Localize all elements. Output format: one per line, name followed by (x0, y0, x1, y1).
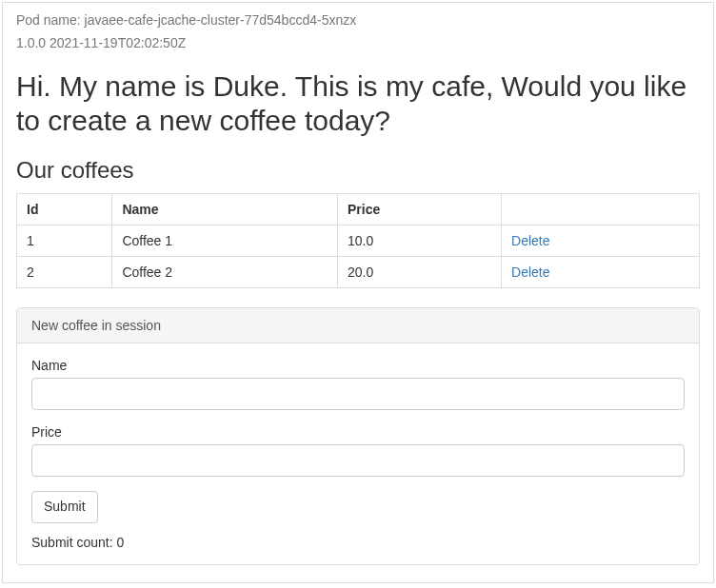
cell-price: 20.0 (337, 257, 501, 288)
pod-name-value: javaee-cafe-jcache-cluster-77d54bccd4-5x… (85, 12, 357, 28)
col-price: Price (337, 194, 501, 225)
col-id: Id (17, 194, 112, 225)
cell-price: 10.0 (337, 225, 501, 257)
delete-link[interactable]: Delete (511, 265, 549, 280)
table-row: 2 Coffee 2 20.0 Delete (17, 257, 700, 288)
submit-button[interactable]: Submit (31, 491, 98, 523)
cell-id: 2 (17, 257, 112, 288)
table-row: 1 Coffee 1 10.0 Delete (17, 225, 700, 257)
submit-count-value: 0 (117, 535, 125, 550)
pod-name-prefix: Pod name: (16, 12, 85, 28)
submit-count-prefix: Submit count: (31, 535, 117, 550)
price-input[interactable] (31, 444, 685, 477)
delete-link[interactable]: Delete (511, 233, 549, 248)
panel-body: Name Price Submit Submit count: 0 (17, 343, 699, 564)
version-line: 1.0.0 2021-11-19T02:02:50Z (16, 35, 700, 50)
col-name: Name (112, 194, 338, 225)
new-coffee-panel: New coffee in session Name Price Submit … (16, 307, 700, 565)
pod-name-line: Pod name: javaee-cafe-jcache-cluster-77d… (16, 12, 700, 28)
price-label: Price (31, 424, 685, 440)
name-label: Name (31, 358, 685, 373)
section-title-coffees: Our coffees (16, 157, 700, 184)
table-header-row: Id Name Price (17, 194, 700, 225)
col-action (502, 194, 700, 225)
coffee-table: Id Name Price 1 Coffee 1 10.0 Delete 2 C… (16, 193, 700, 288)
cell-name: Coffee 2 (112, 257, 338, 288)
panel-heading: New coffee in session (17, 308, 699, 343)
submit-count-line: Submit count: 0 (31, 535, 685, 550)
page-container: Pod name: javaee-cafe-jcache-cluster-77d… (2, 2, 714, 583)
cell-id: 1 (17, 225, 112, 257)
name-input[interactable] (31, 378, 685, 410)
cell-name: Coffee 1 (112, 225, 338, 257)
page-title: Hi. My name is Duke. This is my cafe, Wo… (16, 69, 700, 138)
